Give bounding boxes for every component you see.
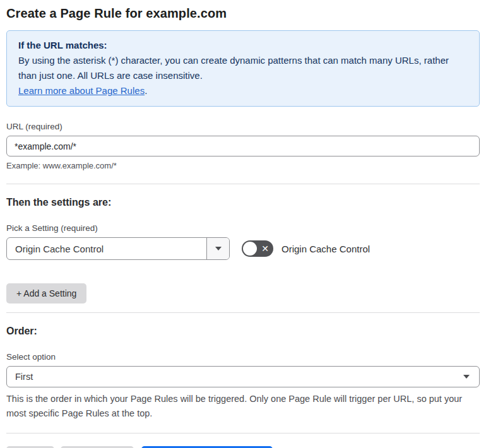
learn-more-link[interactable]: Learn more about Page Rules [18,85,145,96]
chevron-down-icon [463,375,470,379]
order-helper-text: This is the order in which your Page Rul… [6,392,478,421]
origin-cache-control-toggle[interactable]: ✕ [242,240,273,257]
toggle-label: Origin Cache Control [282,244,370,254]
url-match-info-box: If the URL matches: By using the asteris… [6,30,480,107]
url-input[interactable] [6,136,480,156]
order-select[interactable]: First [6,366,480,387]
url-label: URL (required) [6,122,480,131]
toggle-off-x-icon: ✕ [257,240,273,257]
toggle-knob [243,242,257,256]
order-select-value: First [7,367,454,387]
divider [6,433,480,433]
settings-section-heading: Then the settings are: [6,197,480,208]
setting-select-arrow-segment [206,238,229,259]
select-option-label: Select option [6,352,480,362]
link-suffix: . [145,85,147,96]
setting-select-value: Origin Cache Control [7,238,206,259]
order-select-arrow [454,367,479,387]
setting-select[interactable]: Origin Cache Control [6,237,230,260]
divider [6,312,480,313]
setting-row: Origin Cache Control ✕ Origin Cache Cont… [6,237,480,260]
info-box-link-line: Learn more about Page Rules. [18,83,468,98]
divider [6,184,480,184]
page-title: Create a Page Rule for example.com [6,6,480,21]
info-box-body: By using the asterisk (*) character, you… [18,53,468,83]
create-page-rule-form: Create a Page Rule for example.com If th… [0,0,486,448]
info-box-heading: If the URL matches: [18,38,468,53]
chevron-down-icon [215,247,222,251]
url-example-helper: Example: www.example.com/* [6,161,480,170]
add-setting-button[interactable]: + Add a Setting [6,283,86,304]
order-section-heading: Order: [6,326,480,337]
pick-setting-label: Pick a Setting (required) [6,223,480,233]
